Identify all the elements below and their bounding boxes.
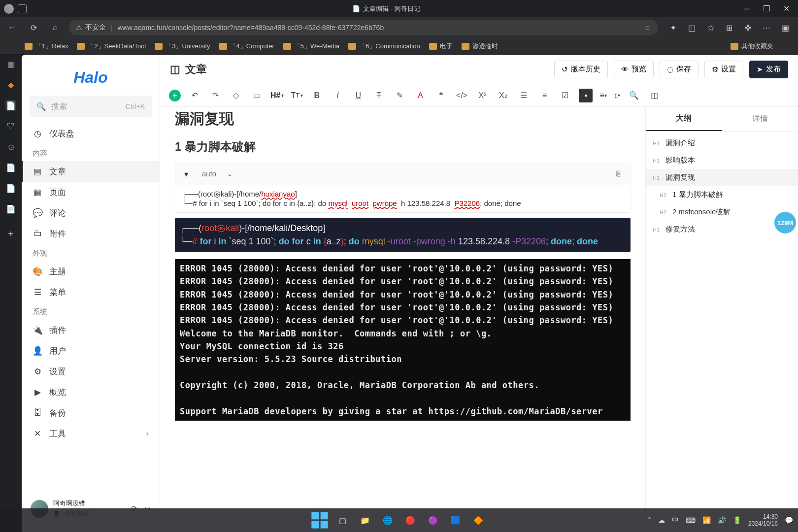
italic-button[interactable]: I: [331, 89, 344, 102]
outline-item[interactable]: H1影响版本: [646, 152, 798, 169]
app-icon-2[interactable]: 🔶: [468, 510, 488, 530]
nav-overview[interactable]: ▶概览: [22, 382, 160, 402]
quote-button[interactable]: ❝: [434, 89, 448, 102]
new-tab-button[interactable]: +: [5, 228, 17, 240]
heading-2[interactable]: 1 暴力脚本破解: [175, 139, 631, 155]
nav-posts[interactable]: ▤文章: [22, 161, 160, 182]
publish-button[interactable]: ➤发布: [749, 61, 788, 78]
favorite-icon[interactable]: ☆: [645, 24, 651, 32]
preview-button[interactable]: 👁预览: [614, 61, 654, 78]
rail-tab-2[interactable]: ◆: [5, 79, 16, 90]
rail-tab-6[interactable]: 📄: [5, 183, 16, 194]
underline-button[interactable]: U: [351, 89, 365, 102]
bookmark-folder[interactable]: 电子: [429, 42, 453, 51]
tray-volume[interactable]: 🔊: [718, 516, 726, 524]
bold-button[interactable]: B: [310, 89, 324, 102]
maximize-button[interactable]: ❐: [763, 5, 770, 13]
bookmark-folder[interactable]: 「3」University: [155, 42, 210, 51]
profile-avatar[interactable]: [4, 4, 14, 14]
outline-item[interactable]: H1漏洞复现: [646, 169, 798, 186]
collapse-icon[interactable]: ▾: [184, 169, 188, 179]
nav-users[interactable]: 👤用户: [22, 340, 160, 361]
tray-keyboard[interactable]: ⌨: [686, 516, 696, 524]
copy-icon[interactable]: ⎘: [616, 169, 621, 178]
extensions-icon[interactable]: ✦: [668, 23, 678, 33]
taskview-button[interactable]: ▢: [332, 510, 352, 530]
nav-settings[interactable]: ⚙设置: [22, 361, 160, 382]
tray-chevron[interactable]: ˄: [648, 516, 651, 524]
puzzle-icon[interactable]: ✜: [743, 23, 753, 33]
task-list-button[interactable]: ☑: [558, 89, 572, 102]
clock[interactable]: 14:30 2024/10/16: [748, 513, 778, 528]
codeblock-button[interactable]: ▪: [579, 89, 593, 102]
nav-menus[interactable]: ☰菜单: [22, 282, 160, 302]
favorites-icon[interactable]: ✩: [705, 23, 715, 33]
nav-dashboard[interactable]: ◷仪表盘: [22, 123, 160, 144]
subscript-button[interactable]: X₂: [496, 89, 510, 102]
settings-button[interactable]: ⚙设置: [704, 61, 743, 78]
notifications-icon[interactable]: 💬: [785, 516, 793, 524]
other-bookmarks[interactable]: 其他收藏夹: [731, 42, 773, 51]
app-icon[interactable]: 🟣: [423, 510, 443, 530]
rail-tab-1[interactable]: ▦: [5, 59, 16, 69]
url-input[interactable]: ⚠ 不安全 | www.aqamc.fun/console/posts/edit…: [69, 20, 658, 35]
code-lang-select[interactable]: auto ⌄: [202, 169, 233, 178]
nav-plugins[interactable]: 🔌插件: [22, 320, 160, 340]
chrome-icon[interactable]: 🔴: [400, 510, 420, 530]
home-button[interactable]: ⌂: [47, 20, 63, 35]
sidebar-toggle-icon[interactable]: ▣: [780, 23, 790, 33]
redo-button[interactable]: ↷: [208, 89, 222, 102]
nav-themes[interactable]: 🎨主题: [22, 261, 160, 282]
ime-indicator[interactable]: 中: [672, 516, 679, 525]
rail-tab-7[interactable]: 📄: [5, 203, 16, 214]
split-icon[interactable]: ◫: [687, 23, 697, 33]
align-button[interactable]: ≡ ▾: [599, 91, 606, 100]
heading-1[interactable]: 漏洞复现: [175, 109, 631, 129]
back-button[interactable]: ←: [4, 20, 20, 35]
ordered-list-button[interactable]: ≡: [537, 89, 551, 102]
close-button[interactable]: ✕: [782, 5, 790, 13]
bookmark-folder[interactable]: 「1」Relax: [25, 42, 68, 51]
nav-attachments[interactable]: 🗀附件: [22, 223, 160, 244]
tab-outline[interactable]: 大纲: [646, 107, 722, 131]
bullet-list-button[interactable]: ☰: [517, 89, 531, 102]
find-button[interactable]: 🔍: [627, 89, 641, 102]
word-icon[interactable]: 🟦: [446, 510, 466, 530]
refresh-button[interactable]: ⟳: [26, 20, 41, 35]
insert-button[interactable]: +: [169, 90, 181, 101]
clear-format-button[interactable]: ◇: [229, 89, 243, 102]
minimize-button[interactable]: ─: [743, 5, 751, 13]
tray-wifi[interactable]: 📶: [702, 516, 711, 524]
rail-tab-shield[interactable]: 🛡: [5, 121, 16, 132]
save-button[interactable]: ◌保存: [660, 61, 698, 78]
edge-icon[interactable]: 🌐: [378, 510, 398, 530]
outline-item[interactable]: H1漏洞介绍: [646, 134, 798, 152]
bookmark-folder[interactable]: 「5」We-Media: [283, 42, 339, 51]
workspaces-icon[interactable]: [18, 4, 27, 13]
collections-icon[interactable]: ⊞: [724, 23, 734, 33]
layout-button[interactable]: ◫: [648, 89, 662, 102]
color-button[interactable]: A: [413, 89, 427, 102]
lineheight-button[interactable]: ↕ ▾: [614, 91, 620, 100]
memory-badge[interactable]: 129M: [774, 212, 796, 233]
tray-onedrive[interactable]: ☁: [658, 516, 665, 524]
tray-battery[interactable]: 🔋: [733, 516, 741, 524]
font-size-button[interactable]: TT ▾: [291, 91, 303, 100]
explorer-icon[interactable]: 📁: [355, 510, 375, 530]
code-button[interactable]: </>: [455, 89, 468, 102]
strike-button[interactable]: T: [372, 89, 386, 102]
bookmark-folder[interactable]: 「2」SeekData/Tool: [77, 42, 146, 51]
more-icon[interactable]: ⋯: [762, 23, 771, 33]
bookmark-folder[interactable]: 「6」Communication: [348, 42, 420, 51]
bookmark-folder[interactable]: 「4」Computer: [219, 42, 274, 51]
nav-comments[interactable]: 💬评论: [22, 202, 160, 223]
nav-pages[interactable]: ▦页面: [22, 182, 160, 202]
bookmark-folder[interactable]: 渗透临时: [462, 42, 498, 51]
outline-item[interactable]: H21 暴力脚本破解: [646, 186, 798, 203]
history-button[interactable]: ↺版本历史: [554, 61, 608, 78]
rail-tab-active[interactable]: 📄: [5, 100, 16, 111]
heading-button[interactable]: H# ▾: [270, 91, 284, 100]
tab-detail[interactable]: 详情: [722, 107, 798, 131]
sidebar-toggle-icon[interactable]: ◫: [170, 63, 180, 76]
search-input[interactable]: 🔍 搜索 Ctrl+K: [30, 96, 152, 117]
